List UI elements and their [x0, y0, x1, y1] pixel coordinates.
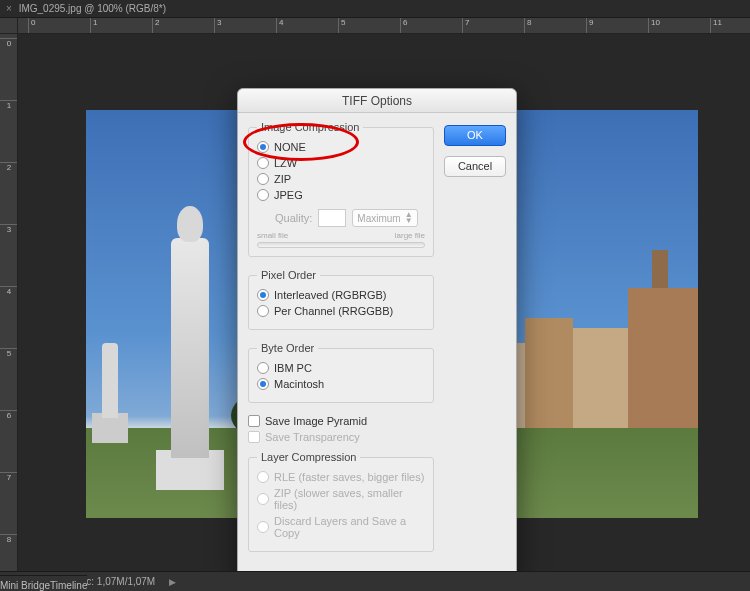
document-title: IMG_0295.jpg @ 100% (RGB/8*): [19, 3, 166, 14]
chevron-updown-icon: ▲▼: [405, 212, 413, 224]
ruler-tick: 2: [0, 162, 18, 172]
ruler-tick: 0: [28, 18, 35, 34]
radio-label: RLE (faster saves, bigger files): [274, 471, 424, 483]
ruler-corner: [0, 18, 18, 34]
layer-zip: ZIP (slower saves, smaller files): [257, 487, 425, 511]
byte-order-ibm[interactable]: IBM PC: [257, 362, 425, 374]
ruler-tick: 2: [152, 18, 159, 34]
ruler-tick: 6: [0, 410, 18, 420]
ruler-tick: 3: [0, 224, 18, 234]
radio-label: NONE: [274, 141, 306, 153]
checkbox-label: Save Transparency: [265, 431, 360, 443]
radio-icon: [257, 378, 269, 390]
ruler-tick: 9: [586, 18, 593, 34]
save-transparency: Save Transparency: [248, 431, 434, 443]
ruler-tick: 8: [524, 18, 531, 34]
ok-button[interactable]: OK: [444, 125, 506, 146]
radio-icon: [257, 305, 269, 317]
close-icon[interactable]: ×: [6, 3, 12, 14]
compression-jpeg[interactable]: JPEG: [257, 189, 425, 201]
ruler-tick: 5: [0, 348, 18, 358]
pixel-order-group: Pixel Order Interleaved (RGBRGB) Per Cha…: [248, 269, 434, 330]
photo-statue: [171, 238, 209, 458]
ruler-tick: 4: [0, 286, 18, 296]
play-icon[interactable]: ▶: [169, 577, 176, 587]
layer-discard: Discard Layers and Save a Copy: [257, 515, 425, 539]
ruler-tick: 4: [276, 18, 283, 34]
compression-none[interactable]: NONE: [257, 141, 425, 153]
ruler-tick: 10: [648, 18, 660, 34]
radio-icon: [257, 493, 269, 505]
tiff-options-dialog: TIFF Options Image Compression NONE LZW …: [237, 88, 517, 579]
radio-label: LZW: [274, 157, 297, 169]
image-compression-legend: Image Compression: [257, 121, 363, 133]
compression-lzw[interactable]: LZW: [257, 157, 425, 169]
layer-rle: RLE (faster saves, bigger files): [257, 471, 425, 483]
tab-mini-bridge[interactable]: Mini Bridge: [0, 575, 50, 591]
compression-zip[interactable]: ZIP: [257, 173, 425, 185]
layer-compression-legend: Layer Compression: [257, 451, 360, 463]
tab-timeline[interactable]: Timeline: [50, 575, 87, 591]
ruler-tick: 7: [462, 18, 469, 34]
document-tab[interactable]: × IMG_0295.jpg @ 100% (RGB/8*): [0, 0, 750, 18]
photo-statue: [102, 343, 118, 418]
layer-compression-group: Layer Compression RLE (faster saves, big…: [248, 451, 434, 552]
slider-label-large: large file: [395, 231, 425, 240]
byte-order-legend: Byte Order: [257, 342, 318, 354]
dialog-title: TIFF Options: [238, 89, 516, 113]
radio-label: ZIP (slower saves, smaller files): [274, 487, 425, 511]
slider-label-small: small file: [257, 231, 288, 240]
quality-slider: [257, 242, 425, 248]
radio-icon: [257, 157, 269, 169]
quality-input: [318, 209, 346, 227]
ruler-tick: 6: [400, 18, 407, 34]
ruler-tick: 8: [0, 534, 18, 544]
radio-label: ZIP: [274, 173, 291, 185]
pixel-order-legend: Pixel Order: [257, 269, 320, 281]
radio-label: IBM PC: [274, 362, 312, 374]
radio-label: Discard Layers and Save a Copy: [274, 515, 425, 539]
checkbox-icon: [248, 431, 260, 443]
radio-icon: [257, 173, 269, 185]
photo-buildings: [498, 253, 698, 433]
checkbox-label: Save Image Pyramid: [265, 415, 367, 427]
radio-label: JPEG: [274, 189, 303, 201]
radio-label: Interleaved (RGBRGB): [274, 289, 386, 301]
radio-label: Per Channel (RRGGBB): [274, 305, 393, 317]
radio-icon: [257, 362, 269, 374]
pixel-order-interleaved[interactable]: Interleaved (RGBRGB): [257, 289, 425, 301]
quality-preset-label: Maximum: [357, 213, 400, 224]
checkbox-icon: [248, 415, 260, 427]
radio-label: Macintosh: [274, 378, 324, 390]
ruler-tick: 7: [0, 472, 18, 482]
byte-order-group: Byte Order IBM PC Macintosh: [248, 342, 434, 403]
quality-label: Quality:: [275, 212, 312, 224]
radio-icon: [257, 289, 269, 301]
quality-preset-select: Maximum ▲▼: [352, 209, 417, 227]
ruler-vertical[interactable]: 0 1 2 3 4 5 6 7 8: [0, 34, 18, 571]
radio-icon: [257, 189, 269, 201]
status-bar: 100%▼ Doc: 1,07M/1,07M ▶: [0, 571, 750, 591]
save-image-pyramid[interactable]: Save Image Pyramid: [248, 415, 434, 427]
pixel-order-per-channel[interactable]: Per Channel (RRGGBB): [257, 305, 425, 317]
ruler-tick: 1: [0, 100, 18, 110]
ruler-horizontal[interactable]: 0 1 2 3 4 5 6 7 8 9 10 11: [18, 18, 750, 34]
image-compression-group: Image Compression NONE LZW ZIP JPEG Qual…: [248, 121, 434, 257]
radio-icon: [257, 471, 269, 483]
ruler-tick: 11: [710, 18, 722, 34]
ruler-tick: 0: [0, 38, 18, 48]
cancel-button[interactable]: Cancel: [444, 156, 506, 177]
radio-icon: [257, 521, 269, 533]
ruler-tick: 5: [338, 18, 345, 34]
ruler-tick: 3: [214, 18, 221, 34]
ruler-tick: 1: [90, 18, 97, 34]
radio-icon: [257, 141, 269, 153]
byte-order-mac[interactable]: Macintosh: [257, 378, 425, 390]
